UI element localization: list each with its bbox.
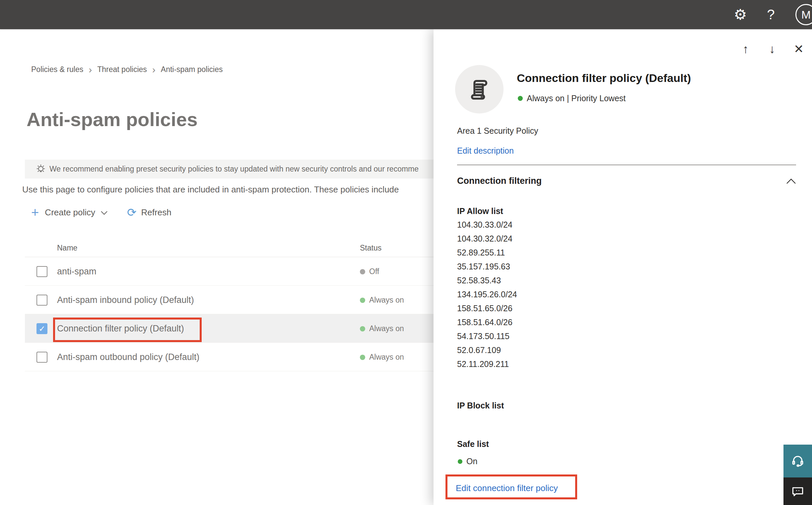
status-label: Off [369,267,379,276]
refresh-button[interactable]: ⟳ Refresh [127,207,172,218]
status-priority-label: Always on | Priority Lowest [527,94,626,103]
ip-entry: 158.51.65.0/26 [457,301,517,315]
policy-name[interactable]: anti-spam [57,267,96,277]
ip-entry: 52.0.67.109 [457,343,517,357]
policy-details-flyout: ↑ ↓ ✕ Connection filter policy (Default)… [433,29,812,505]
chevron-up-icon[interactable] [786,178,796,184]
status-dot [458,459,462,464]
breadcrumb-policies-rules[interactable]: Policies & rules [31,65,83,74]
status-label: Always on [369,324,404,333]
refresh-icon: ⟳ [127,207,137,218]
next-item-arrow-down-icon[interactable]: ↓ [759,39,786,59]
ip-entry: 158.51.64.0/26 [457,315,517,329]
headset-icon [790,454,805,469]
close-icon[interactable]: ✕ [786,39,812,59]
refresh-label: Refresh [141,207,172,218]
anti-spam-policies-page: ⚙ ? M Policies & rules › Threat policies… [0,0,812,505]
breadcrumb-anti-spam-policies[interactable]: Anti-spam policies [161,65,223,74]
scroll-icon [466,76,492,102]
breadcrumb-separator-icon: › [152,66,156,73]
policy-status: Always on [360,296,404,305]
ip-entry: 104.30.32.0/24 [457,231,517,245]
safe-list-value: On [466,457,477,466]
safe-list-title: Safe list [457,439,489,449]
status-dot [360,326,365,331]
plus-icon: + [31,206,39,219]
status-label: Always on [369,296,404,305]
checkmark-icon: ✓ [38,324,45,333]
policy-status: Off [360,267,379,276]
row-checkbox[interactable] [36,352,47,363]
ip-entry: 134.195.26.0/24 [457,287,517,301]
status-dot [518,96,523,101]
chevron-down-icon [100,211,108,215]
status-dot [360,355,365,360]
policy-status: Always on [360,353,404,362]
edit-description-link[interactable]: Edit description [457,146,514,156]
toolbar: + Create policy ⟳ Refresh [31,203,172,222]
row-checkbox[interactable] [36,295,47,306]
banner-text: We recommend enabling preset security po… [49,165,419,174]
breadcrumb: Policies & rules › Threat policies › Ant… [31,65,223,74]
policy-icon-circle [455,65,503,114]
connection-filtering-section-header[interactable]: Connection filtering [457,176,796,186]
safe-list-status: On [458,457,477,466]
help-icon[interactable]: ? [756,0,786,29]
page-title: Anti-spam policies [26,108,198,130]
section-title: Connection filtering [457,176,542,186]
lightbulb-icon [35,163,47,175]
status-label: Always on [369,353,404,362]
chat-icon [790,484,805,499]
ip-entry: 52.58.35.43 [457,274,517,287]
avatar-initial: M [795,4,812,25]
ip-entry: 54.173.50.115 [457,329,517,343]
support-buttons [784,445,812,505]
row-checkbox[interactable] [36,266,47,277]
flyout-status-line: Always on | Priority Lowest [518,94,626,103]
status-dot [360,298,365,303]
create-policy-button[interactable]: + Create policy [31,206,108,219]
ip-entry: 52.11.209.211 [457,357,517,371]
settings-gear-icon[interactable]: ⚙ [725,0,756,29]
previous-item-arrow-up-icon[interactable]: ↑ [733,39,759,59]
policy-name[interactable]: Anti-spam outbound policy (Default) [57,352,199,362]
flyout-navigation: ↑ ↓ ✕ [733,39,812,59]
policy-description: Area 1 Security Policy [457,126,538,136]
ip-entry: 104.30.33.0/24 [457,218,517,231]
policy-name[interactable]: Connection filter policy (Default) [57,324,184,334]
top-navigation-bar: ⚙ ? M [0,0,812,29]
edit-connection-filter-policy-link[interactable]: Edit connection filter policy [456,483,558,493]
status-dot [360,269,365,275]
ip-allow-list-title: IP Allow list [457,206,503,216]
feedback-chat-button[interactable] [784,478,812,505]
policy-status: Always on [360,324,404,333]
column-header-name[interactable]: Name [57,243,77,252]
ip-allow-list: 104.30.33.0/24 104.30.32.0/24 52.89.255.… [457,218,517,371]
page-description: Use this page to configure policies that… [22,184,399,195]
account-avatar[interactable]: M [786,0,812,29]
row-checkbox-checked[interactable]: ✓ [36,323,47,334]
ip-entry: 52.89.255.11 [457,245,517,260]
breadcrumb-threat-policies[interactable]: Threat policies [97,65,147,74]
policy-name[interactable]: Anti-spam inbound policy (Default) [57,295,194,305]
flyout-title: Connection filter policy (Default) [517,72,691,85]
ip-block-list-title: IP Block list [457,401,504,410]
breadcrumb-separator-icon: › [88,66,92,73]
support-headset-button[interactable] [784,445,812,478]
column-header-status[interactable]: Status [360,243,381,252]
ip-entry: 35.157.195.63 [457,260,517,274]
topbar-actions: ⚙ ? M [725,0,812,29]
create-policy-label: Create policy [45,207,95,218]
divider [457,165,796,165]
